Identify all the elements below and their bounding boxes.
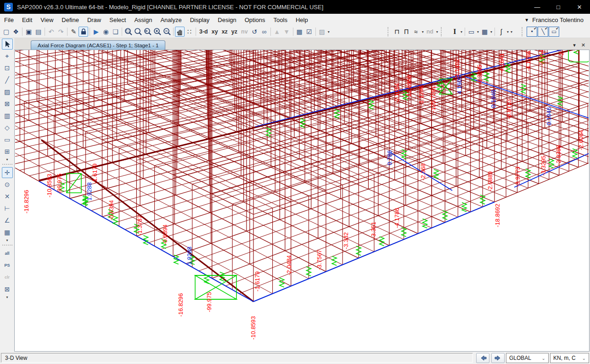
nd-button[interactable]: nd [425,27,435,37]
dropdown-caret-icon[interactable]: ▾ [461,30,462,34]
draw-point-icon[interactable]: ⊡ [2,62,13,73]
redo-icon[interactable]: ↷ [56,27,66,37]
frame-section-icon[interactable]: I [450,27,460,37]
snap-perpendicular-icon[interactable]: ⊢ [2,203,13,214]
units-value: KN, m, C [553,355,576,361]
perspective-icon[interactable]: ∞ [259,27,269,37]
menu-design[interactable]: Design [214,14,240,26]
print-icon[interactable]: ▤ [34,27,43,37]
close-button[interactable]: ✕ [569,0,590,14]
assign-display-icon[interactable]: ▨ [317,27,327,37]
view-status: 3-D View [1,353,473,363]
quick-draw-frame-icon[interactable]: ▨ [2,86,13,97]
snap-areas-icon[interactable]: ▭✔ [549,27,559,37]
sidebar-caret-icon[interactable]: ▾ [6,295,8,300]
clear-selection-button[interactable]: clr [2,272,13,283]
menu-analyze[interactable]: Analyze [156,14,185,26]
menu-edit[interactable]: Edit [18,14,36,26]
run-time-history-icon[interactable]: ◉ [101,27,111,37]
dropdown-caret-icon[interactable]: ▾ [490,30,492,34]
save-icon[interactable]: ▣ [24,27,34,37]
pointer-tool-icon[interactable] [2,39,13,50]
reshape-tool-icon[interactable]: ⌖ [2,50,13,62]
draw-poly-area-icon[interactable]: ◇ [2,122,13,133]
pan-icon[interactable] [175,27,185,37]
menu-help[interactable]: Help [292,14,312,26]
quick-draw-area-icon[interactable]: ⊞ [2,146,13,157]
invert-selection-icon[interactable]: ⊠ [2,284,13,295]
walkthrough-icon[interactable]: ∷ [185,27,194,37]
previous-zoom-icon[interactable] [143,27,152,37]
open-file-icon[interactable]: ❖ [11,27,21,37]
menu-options[interactable]: Options [241,14,270,26]
lock-icon[interactable] [79,27,88,37]
maximize-button[interactable]: □ [548,0,569,14]
dropdown-caret-icon[interactable]: ▾ [511,30,512,34]
view-nv-button[interactable]: nv [239,27,250,37]
view-xy-button[interactable]: xy [210,27,220,37]
next-named-display-button[interactable] [491,353,505,363]
restore-full-view-icon[interactable] [133,27,143,37]
menu-select[interactable]: Select [105,14,130,26]
snap-grid-icon[interactable]: ▦ [2,227,13,238]
rubber-band-zoom-icon[interactable] [124,27,133,37]
dropdown-caret-icon[interactable]: ▾ [328,30,330,34]
previous-named-display-button[interactable] [476,353,489,363]
quick-draw-braces-icon[interactable]: ⊠ [2,98,13,109]
undo-icon[interactable]: ↶ [46,27,56,37]
menu-draw[interactable]: Draw [83,14,105,26]
dropdown-caret-icon[interactable]: ▾ [477,30,479,34]
hinge-icon[interactable]: ʃ [496,27,506,37]
draw-frame-icon[interactable]: ⊓ [392,27,402,37]
draw-cable-icon[interactable]: ≈ [411,27,421,37]
view-tab[interactable]: Axial Force Diagram (ACASE1) - Step 1; S… [31,40,165,50]
draw-frame-line-icon[interactable]: ╱ [2,74,13,85]
zoom-in-icon[interactable] [152,27,162,37]
sidebar-caret-icon[interactable]: ▾ [6,238,8,243]
coordinate-system-select[interactable]: GLOBAL ⌄ [506,353,549,363]
dropdown-caret-icon[interactable]: ▾ [436,30,438,34]
run-analysis-icon[interactable]: ▶ [91,27,101,37]
dropdown-caret-icon[interactable]: ▾ [422,30,424,34]
view-3d-button[interactable]: 3-d [197,27,210,37]
previous-selection-button[interactable]: PS [2,260,13,271]
units-select[interactable]: KN, m, C ⌄ [550,353,589,363]
tab-close-icon[interactable]: ✕ [581,42,585,48]
menu-display[interactable]: Display [186,14,214,26]
snap-midpoints-icon[interactable]: ⊙ [2,179,13,190]
draw-joist-icon[interactable]: Π [402,27,411,37]
snap-lines-icon[interactable]: ╲✔ [538,27,548,37]
menu-tools[interactable]: Tools [270,14,292,26]
dropdown-caret-icon[interactable]: ▾ [507,30,509,34]
zoom-out-icon[interactable] [162,27,172,37]
rotate-3d-view-icon[interactable]: ↺ [250,27,259,37]
menu-view[interactable]: View [36,14,57,26]
sidebar-caret-icon[interactable]: ▾ [6,157,8,162]
view-xz-button[interactable]: xz [220,27,230,37]
snap-joints-icon[interactable]: ✛ [2,167,13,178]
move-down-icon[interactable]: ▼ [282,27,292,37]
snap-angle-icon[interactable]: ∠ [2,215,13,226]
new-model-icon[interactable]: ▢ [1,27,11,37]
toolbar-separator [22,28,22,36]
move-up-icon[interactable]: ▲ [272,27,282,37]
snap-points-icon[interactable]: •✔ [527,27,537,37]
tab-caret-icon[interactable]: ▾ [573,42,576,48]
draw-pen-icon[interactable]: ✎ [69,27,79,37]
area-section-icon[interactable]: ▭ [466,27,476,37]
minimize-button[interactable]: — [527,0,548,14]
quick-draw-secondary-beams-icon[interactable]: ▥ [2,110,13,121]
select-objects-icon[interactable]: ▩ [295,27,304,37]
grid-table-icon[interactable]: ▦ [480,27,489,37]
view-yz-button[interactable]: yz [230,27,239,37]
menu-define[interactable]: Define [57,14,83,26]
menu-assign[interactable]: Assign [130,14,156,26]
shrink-objects-icon[interactable]: ❏ [111,27,120,37]
display-options-icon[interactable]: ☑ [304,27,314,37]
user-menu[interactable]: ▼ Francisco Tolentino [524,17,584,23]
snap-intersections-icon[interactable]: ✕ [2,191,13,202]
draw-rectangular-area-icon[interactable]: ▭ [2,134,13,145]
menu-file[interactable]: File [0,14,18,26]
select-all-button[interactable]: all [2,248,13,259]
model-canvas[interactable] [14,50,590,352]
